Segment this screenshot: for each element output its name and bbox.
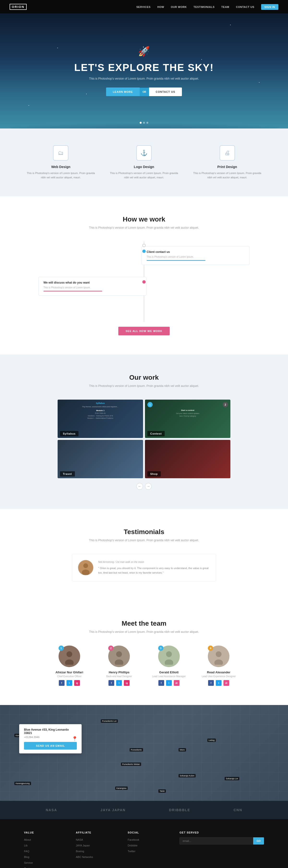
footer-link-boeing[interactable]: Boeing [76,850,84,852]
footer-col-affiliate: AFFILIATE NASA JAYA Japan Boeing ABC Net… [76,831,118,868]
send-email-button[interactable]: SEND US AN EMAIL [24,742,77,750]
map-label-purwokorto-lor: Purwokerto Lor [101,719,118,723]
map-label-sokaraja-lor: Sokaraja Lor [225,777,239,780]
footer-link-blog[interactable]: Blog [24,856,29,859]
footer-links-affiliate: NASA JAYA Japan Boeing ABC Networks [76,837,118,859]
map-address: Blue Avenue #33, King Leonardo 33821 [24,728,77,735]
footer-heading-value: VALUE [24,831,66,834]
work-prev-button[interactable]: ← [136,483,143,490]
social-twitter-4[interactable]: t [216,680,222,686]
timeline-card-2-title: We will discuss what do you want [44,281,141,284]
team-socials-3: f t dr [148,680,190,686]
social-instagram-1[interactable]: ig [74,680,80,686]
svg-point-13 [216,651,222,657]
footer-link-service[interactable]: Service [24,861,33,864]
map-label-moro: Moro [178,748,186,751]
nav-links: Services How Our Work Testimonials Team … [136,5,279,9]
team-role-4: Lead User Experience Designer [198,675,240,678]
work-item-shop[interactable]: Shop [145,440,230,478]
map-section: Karangrejo Purwokerto Lor Purwokerto Mor… [0,705,288,801]
svg-point-10 [166,651,172,657]
nav-team[interactable]: Team [221,5,229,8]
team-number-3: 3 [158,646,164,651]
nav-how[interactable]: How [157,5,164,8]
team-grid: 1 Afnizar Nur Ghifari Chief Executive Of… [48,646,240,686]
footer-heading-social: SOCIAL [128,831,170,834]
footer-link-jaya[interactable]: JAYA Japan [76,844,90,847]
testimonials-section: Testimonials This is Photoshop's version… [0,509,288,600]
timeline-dot-end [142,244,146,247]
footer-link-dribbble[interactable]: Dribbble [128,844,138,847]
partner-dribbble: Dribbble [169,808,190,812]
footer-link-twitter[interactable]: Twitter [128,850,135,852]
footer-link-customer[interactable]: Customer [24,867,35,868]
footer-link-facebook[interactable]: Facebook [128,838,139,841]
work-thumb-travel: Travel [58,440,143,478]
map-phone: +01284.3946 [24,736,77,739]
work-label-contest: Contest [147,431,165,436]
newsletter-email-input[interactable] [179,837,253,844]
social-twitter-2[interactable]: t [116,680,122,686]
testimonials-title: Testimonials [24,528,264,536]
learn-more-button[interactable]: LEARN MORE [106,88,140,96]
social-facebook-3[interactable]: f [159,680,164,686]
social-twitter-1[interactable]: t [66,680,72,686]
navbar: ORION Services How Our Work Testimonials… [0,0,288,13]
social-instagram-2[interactable]: ig [124,680,129,686]
footer-link-faq[interactable]: FAQ [24,850,29,852]
work-item-contest[interactable]: 1 2 Start a contest Get your latest cont… [145,400,230,438]
nav-testimonials[interactable]: Testimonials [194,5,214,8]
social-twitter-3[interactable]: t [166,680,172,686]
footer-link-abc[interactable]: ABC Networks [76,856,93,859]
hero-subtext: This is Photoshop's version of Lorem Ips… [89,77,199,80]
our-work-subtext: This is Photoshop's version of Lorem Ips… [24,384,264,388]
how-work-title: How we work [24,216,264,223]
nav-contact[interactable]: Contact Us [236,5,254,8]
team-member-1: 1 Afnizar Nur Ghifari Chief Executive Of… [48,646,91,686]
map-background: Karangrejo Purwokerto Lor Purwokerto Mor… [0,705,288,801]
social-facebook-4[interactable]: f [208,680,214,686]
team-name-3: Gerald Elliott [148,671,190,674]
our-work-section: Our work This is Photoshop's version of … [0,354,288,509]
footer-link-about[interactable]: About [24,838,31,841]
work-thumb-contest: 1 2 Start a contest Get your latest cont… [145,400,230,438]
work-item-travel[interactable]: Travel [58,440,143,478]
team-role-3: Lead Lead Assistance Manager [148,675,190,678]
svg-point-4 [66,651,72,657]
map-label-karangrau: Karangrau [115,786,128,790]
footer-link-lib[interactable]: Lib [24,844,28,847]
work-next-button[interactable]: → [145,483,152,490]
printdesign-icon: 🖨 [220,145,235,161]
work-thumb-syllabus: Syllabus Pay themes, assessment criteria… [58,400,143,438]
team-avatar-wrap-4: 4 [208,646,229,667]
hero-dot-3[interactable] [146,122,148,124]
newsletter-go-button[interactable]: GO [253,837,264,844]
social-dribbble-3[interactable]: dr [174,680,179,686]
footer-heading-affiliate: AFFILIATE [76,831,118,834]
hero-headline: LET'S EXPLORE THE SKY! [74,62,213,73]
footer-link-nasa[interactable]: NASA [76,838,83,841]
contact-us-button[interactable]: CONTACT US [149,88,182,96]
see-all-button[interactable]: See all how we work [118,327,169,335]
map-label-ledug: Ledug [207,739,216,742]
nav-ourwork[interactable]: Our Work [171,5,187,8]
footer-col-value: VALUE About Lib FAQ Blog Service Custome… [24,831,66,868]
work-item-syllabus[interactable]: Syllabus Pay themes, assessment criteria… [58,400,143,438]
social-facebook-2[interactable]: f [109,680,114,686]
hero-dot-2[interactable] [143,122,145,124]
logo[interactable]: ORION [9,4,27,10]
nav-services[interactable]: Services [136,5,150,8]
map-card: Blue Avenue #33, King Leonardo 33821 +01… [19,724,82,753]
team-avatar-wrap-2: 2 [108,646,130,667]
hero-dot-1[interactable] [140,122,142,124]
work-label-shop: Shop [147,471,161,476]
map-label-purwokerto: Purwokerto [129,748,143,751]
social-dribbble-4[interactable]: dr [224,680,229,686]
timeline-card-2-desc: This is Photoshop's version of Lorem Ips… [44,286,141,289]
team-title: Meet the team [24,620,264,627]
team-member-2: 2 Henry Phillips Back-end lead Designer … [98,646,141,686]
social-facebook-1[interactable]: f [59,680,64,686]
signin-button[interactable]: SIGN IN [261,4,279,10]
hero-section: 🚀 LET'S EXPLORE THE SKY! This is Photosh… [0,13,288,128]
testimonial-quote: " Orion is great, you should try it. The… [98,566,210,575]
